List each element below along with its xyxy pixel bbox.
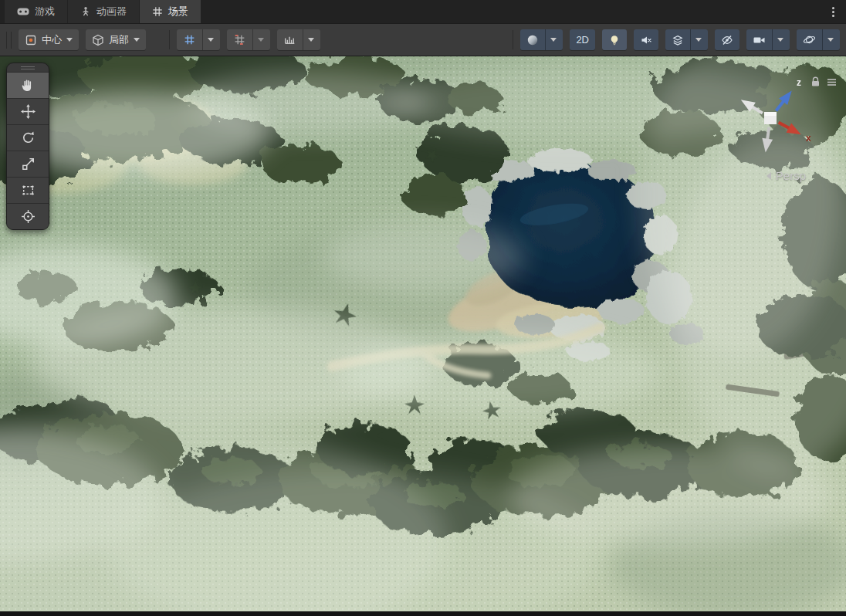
tab-label: 场景 bbox=[168, 5, 188, 19]
grid-snap-button[interactable] bbox=[177, 29, 220, 50]
hand-icon bbox=[21, 78, 36, 93]
chevron-down-icon bbox=[258, 38, 264, 42]
hand-tool-button[interactable] bbox=[7, 72, 49, 98]
scale-icon bbox=[21, 157, 36, 171]
toolbar-separator bbox=[169, 30, 170, 49]
audio-mute-icon bbox=[640, 34, 652, 46]
scale-tool-button[interactable] bbox=[7, 151, 49, 177]
increment-snap-button[interactable] bbox=[227, 29, 270, 50]
chevron-down-icon bbox=[208, 38, 214, 42]
shading-mode-icon bbox=[526, 34, 539, 46]
toolbar-separator bbox=[513, 30, 513, 49]
transform-icon bbox=[21, 209, 36, 224]
animator-icon bbox=[80, 6, 91, 17]
view-options-group: 2D bbox=[513, 29, 840, 50]
shading-mode-button[interactable] bbox=[520, 29, 563, 50]
scene-visibility-button[interactable] bbox=[715, 29, 739, 50]
terrain-render[interactable] bbox=[0, 56, 846, 611]
axis-z-label: z bbox=[797, 77, 801, 88]
rect-tool-button[interactable] bbox=[7, 177, 49, 203]
scene-lighting-icon bbox=[608, 34, 621, 46]
axis-x-label: x bbox=[806, 133, 811, 144]
tab-animator[interactable]: 动画器 bbox=[68, 0, 139, 23]
tab-scene[interactable]: 场景 bbox=[140, 0, 201, 23]
pivot-mode-label: 中心 bbox=[42, 33, 62, 47]
2d-toggle-button[interactable]: 2D bbox=[570, 29, 595, 50]
pivot-center-icon bbox=[25, 34, 37, 46]
snap-ruler-icon bbox=[283, 33, 296, 46]
gizmos-button[interactable] bbox=[797, 29, 840, 50]
chevron-down-icon bbox=[66, 38, 73, 42]
tab-bar: 游戏 动画器 场景 bbox=[0, 0, 846, 23]
move-tool-button[interactable] bbox=[7, 98, 49, 124]
palette-grip[interactable] bbox=[7, 63, 49, 72]
increment-snap-dropdown[interactable] bbox=[252, 29, 264, 50]
transform-tool-button[interactable] bbox=[7, 203, 49, 229]
axis-prong-gray[interactable] bbox=[760, 127, 774, 154]
snap-increment-icon bbox=[233, 33, 246, 46]
camera-icon bbox=[753, 34, 766, 46]
effects-dropdown[interactable] bbox=[690, 29, 702, 50]
axis-x-cone[interactable] bbox=[776, 117, 804, 139]
snap-settings-button[interactable] bbox=[277, 29, 320, 50]
local-space-icon bbox=[92, 34, 104, 46]
audio-toggle-button[interactable] bbox=[634, 29, 658, 50]
grid-snap-dropdown[interactable] bbox=[202, 29, 214, 50]
snap-move-grid-icon bbox=[183, 33, 196, 46]
pond bbox=[488, 163, 658, 307]
scene-camera-button[interactable] bbox=[746, 29, 790, 50]
scene-tool-palette bbox=[6, 63, 49, 230]
handle-space-label: 局部 bbox=[109, 33, 129, 47]
chevron-down-icon bbox=[308, 38, 314, 42]
handle-space-button[interactable]: 局部 bbox=[86, 29, 146, 50]
chevron-left-icon bbox=[766, 172, 771, 180]
camera-dropdown[interactable] bbox=[772, 29, 783, 50]
shading-mode-dropdown[interactable] bbox=[545, 29, 557, 50]
effects-button[interactable] bbox=[665, 29, 708, 50]
rotate-icon bbox=[21, 130, 36, 145]
chevron-down-icon bbox=[550, 38, 557, 42]
effects-icon bbox=[672, 34, 684, 46]
tab-label: 动画器 bbox=[96, 5, 127, 19]
rotate-tool-button[interactable] bbox=[7, 124, 49, 151]
scene-lighting-button[interactable] bbox=[602, 29, 627, 50]
pivot-mode-button[interactable]: 中心 bbox=[19, 29, 79, 50]
lock-icon[interactable] bbox=[810, 76, 821, 87]
window-bottom-edge bbox=[0, 611, 846, 616]
projection-label: Persp bbox=[776, 169, 806, 182]
tab-label: 游戏 bbox=[35, 5, 55, 19]
projection-toggle[interactable]: Persp bbox=[766, 169, 806, 182]
kebab-menu-icon[interactable] bbox=[820, 0, 846, 23]
menu-icon[interactable] bbox=[827, 78, 837, 86]
scene-toolbar: 中心 局部 bbox=[0, 23, 846, 56]
chevron-down-icon bbox=[134, 38, 140, 42]
snap-settings-dropdown[interactable] bbox=[303, 29, 314, 50]
chevron-down-icon bbox=[695, 38, 702, 42]
gamepad-icon bbox=[17, 7, 29, 16]
axis-z-cone[interactable] bbox=[772, 87, 796, 114]
visibility-icon bbox=[721, 34, 733, 46]
tab-game[interactable]: 游戏 bbox=[5, 0, 67, 23]
scene-viewport[interactable]: z x Persp bbox=[0, 56, 846, 611]
toolbar-drag-handle[interactable] bbox=[6, 32, 12, 49]
axis-prong-gray[interactable] bbox=[738, 95, 765, 117]
unity-editor-window: 游戏 动画器 场景 bbox=[0, 0, 846, 616]
scene-grid-icon bbox=[152, 6, 163, 17]
gizmos-dropdown[interactable] bbox=[822, 29, 834, 50]
move-icon bbox=[21, 104, 36, 119]
2d-toggle-label: 2D bbox=[576, 34, 589, 46]
gizmo-corner-icons bbox=[810, 76, 837, 87]
chevron-down-icon bbox=[827, 38, 834, 42]
chevron-down-icon bbox=[777, 38, 783, 42]
rect-icon bbox=[21, 183, 36, 198]
gizmos-icon bbox=[803, 33, 816, 46]
